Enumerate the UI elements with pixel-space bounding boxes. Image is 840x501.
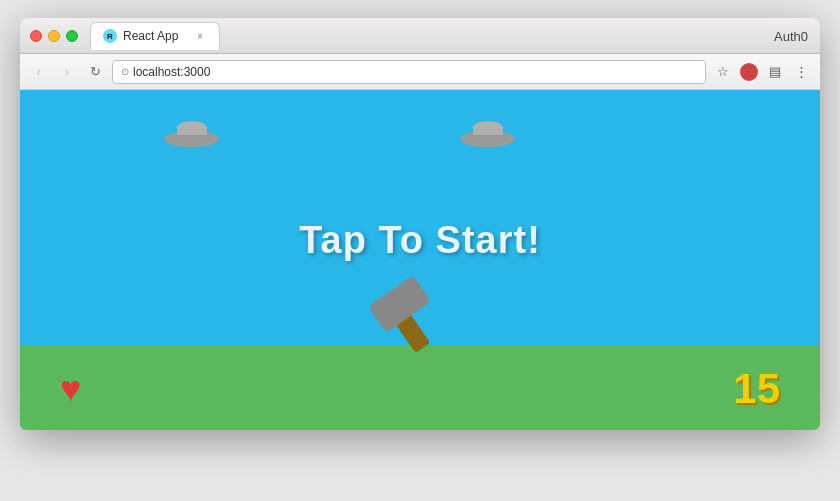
navbar: ‹ › ↻ ⊙ localhost:3000 ☆ ▤ ⋮ bbox=[20, 54, 820, 90]
mallet-container bbox=[372, 288, 427, 355]
puzzle-icon: ▤ bbox=[769, 64, 781, 79]
active-tab[interactable]: R React App × bbox=[90, 22, 220, 50]
ufo-1 bbox=[164, 121, 219, 147]
game-area[interactable]: Tap To Start! ♥ 15 bbox=[20, 90, 820, 430]
titlebar: R React App × Auth0 bbox=[20, 18, 820, 54]
extensions-button[interactable]: ▤ bbox=[764, 61, 786, 83]
score-display: 15 bbox=[733, 365, 780, 413]
ground bbox=[20, 345, 820, 430]
tap-to-start-text: Tap To Start! bbox=[299, 219, 541, 262]
ufo-2 bbox=[460, 121, 515, 147]
forward-button[interactable]: › bbox=[56, 61, 78, 83]
auth0-label: Auth0 bbox=[774, 28, 808, 43]
address-bar[interactable]: ⊙ localhost:3000 bbox=[112, 60, 706, 84]
avatar-icon bbox=[740, 63, 758, 81]
back-button[interactable]: ‹ bbox=[28, 61, 50, 83]
dots-icon: ⋮ bbox=[795, 64, 808, 79]
back-icon: ‹ bbox=[37, 64, 41, 79]
profile-button[interactable] bbox=[738, 61, 760, 83]
menu-button[interactable]: ⋮ bbox=[790, 61, 812, 83]
forward-icon: › bbox=[65, 64, 69, 79]
traffic-lights bbox=[30, 30, 78, 42]
star-icon: ☆ bbox=[717, 64, 729, 79]
ufo-2-dome bbox=[473, 121, 503, 135]
browser-window: R React App × Auth0 ‹ › ↻ ⊙ localhost:30… bbox=[20, 18, 820, 430]
refresh-icon: ↻ bbox=[90, 64, 101, 79]
tab-close-icon[interactable]: × bbox=[193, 29, 207, 43]
tab-bar: R React App × bbox=[90, 22, 810, 50]
minimize-button[interactable] bbox=[48, 30, 60, 42]
tab-title: React App bbox=[123, 29, 178, 43]
refresh-button[interactable]: ↻ bbox=[84, 61, 106, 83]
ufo-1-dome bbox=[177, 121, 207, 135]
lock-icon: ⊙ bbox=[121, 66, 129, 77]
close-button[interactable] bbox=[30, 30, 42, 42]
bookmark-button[interactable]: ☆ bbox=[712, 61, 734, 83]
tab-favicon: R bbox=[103, 29, 117, 43]
heart-icon: ♥ bbox=[60, 368, 81, 410]
url-text: localhost:3000 bbox=[133, 65, 210, 79]
nav-actions: ☆ ▤ ⋮ bbox=[712, 61, 812, 83]
maximize-button[interactable] bbox=[66, 30, 78, 42]
